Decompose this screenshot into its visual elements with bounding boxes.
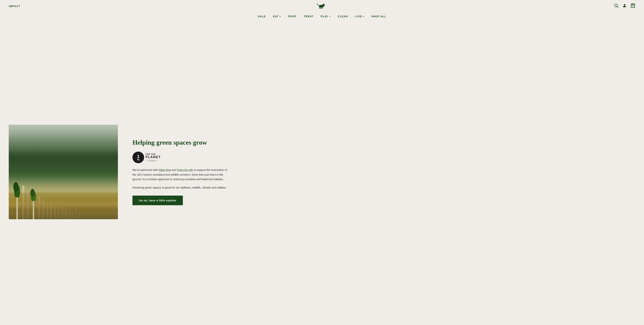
site-logo[interactable] [317, 2, 327, 10]
brand-label: IMPACT [9, 5, 20, 8]
plant-one-link[interactable]: Plant One [159, 168, 171, 171]
badge-for-the-label: FOR THE [146, 153, 161, 155]
site-header: IMPACT [0, 0, 644, 12]
play-chevron-icon: ▾ [329, 15, 330, 17]
badge-percent: % [137, 159, 139, 161]
nav-item-sale[interactable]: SALE [258, 15, 266, 18]
description-paragraph-2: Restoring green spaces is great for our … [132, 185, 227, 190]
content-section: Helping green spaces grow 1 % FOR THE PL… [132, 139, 635, 205]
eat-chevron-icon: ▾ [280, 15, 281, 17]
badge-member-label: — MEMBER — [146, 159, 161, 162]
description-paragraph-1: We've partnered with Plant One and Trees… [132, 168, 227, 182]
nav-item-poop[interactable]: POOP [288, 15, 296, 18]
trees-for-life-link[interactable]: Trees for Life [177, 168, 193, 171]
nav-item-clean[interactable]: CLEAN [338, 15, 348, 18]
badge-one: 1 [137, 154, 139, 159]
svg-line-5 [617, 6, 618, 8]
badge-text: FOR THE PLANET — MEMBER — [146, 153, 161, 162]
search-icon[interactable] [614, 3, 618, 9]
dog-logo-icon [317, 2, 327, 9]
one-percent-badge-container: 1 % FOR THE PLANET — MEMBER — [132, 152, 628, 163]
explore-button[interactable]: Go on, have a little explore [132, 196, 183, 205]
nav-item-shop-all[interactable]: SHOP ALL [371, 15, 386, 18]
account-icon[interactable] [622, 3, 627, 9]
forest-image [9, 125, 118, 219]
main-nav: SALE EAT ▾ POOP TREAT PLAY ▾ CLEAN LIVE … [0, 12, 644, 20]
section-heading: Helping green spaces grow [132, 139, 628, 146]
basket-icon[interactable] [630, 3, 635, 9]
hero-image-container [9, 125, 118, 219]
nav-item-treat[interactable]: TREAT [304, 15, 314, 18]
nav-item-eat[interactable]: EAT ▾ [273, 15, 281, 18]
badge-circle: 1 % [132, 152, 144, 163]
badge-planet-label: PLANET [146, 155, 161, 159]
svg-point-6 [624, 4, 626, 6]
svg-point-3 [324, 5, 325, 6]
nav-item-live[interactable]: LIVE ▾ [355, 15, 364, 18]
header-actions [614, 3, 635, 9]
one-percent-badge: 1 % FOR THE PLANET — MEMBER — [132, 152, 161, 163]
main-content: Helping green spaces grow 1 % FOR THE PL… [0, 20, 644, 324]
nav-item-play[interactable]: PLAY ▾ [321, 15, 330, 18]
live-chevron-icon: ▾ [363, 15, 364, 17]
